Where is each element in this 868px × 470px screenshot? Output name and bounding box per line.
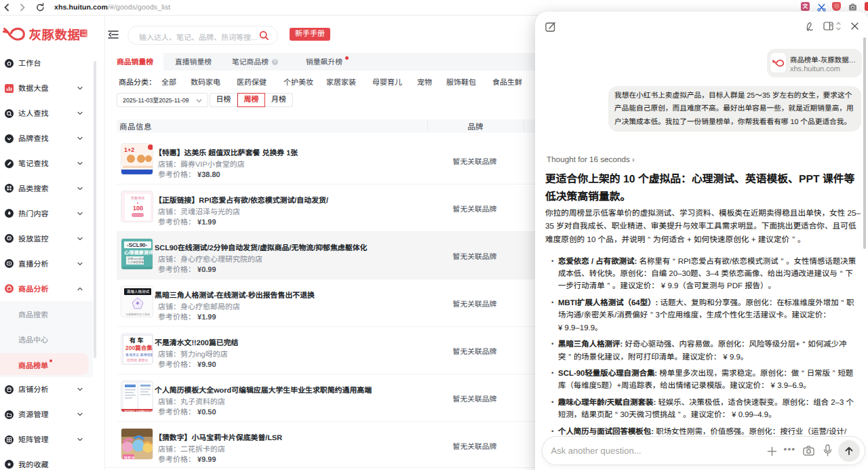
svg-text:100: 100 xyxy=(133,205,143,212)
svg-text:马基雅维利主义测试: 马基雅维利主义测试 xyxy=(125,313,150,316)
svg-text:-SCL90-: -SCL90- xyxy=(127,242,148,248)
svg-text:黑暗人格测试: 黑暗人格测试 xyxy=(127,290,150,294)
svg-text:九大维度报告: 九大维度报告 xyxy=(127,260,144,264)
svg-text:猜数字: 猜数字 xyxy=(124,456,136,461)
svg-text:心理健康测评: 心理健康测评 xyxy=(124,250,153,256)
svg-text:200篇合集: 200篇合集 xyxy=(125,345,153,351)
svg-text:已完结 避雷记: 已完结 避雷记 xyxy=(127,358,148,363)
svg-text:恋爱测试: 恋爱测试 xyxy=(131,196,144,201)
svg-text:书版: 书版 xyxy=(81,33,87,37)
svg-text:灰豚数据: 灰豚数据 xyxy=(29,28,81,42)
svg-text:有 车: 有 车 xyxy=(130,337,144,344)
svg-text:简历模板 可编辑打印下载: 简历模板 可编辑打印下载 xyxy=(124,410,153,413)
svg-text:1+2: 1+2 xyxy=(124,146,134,153)
svg-text:各海选文 高潮迭起: 各海选文 高潮迭起 xyxy=(125,353,153,357)
